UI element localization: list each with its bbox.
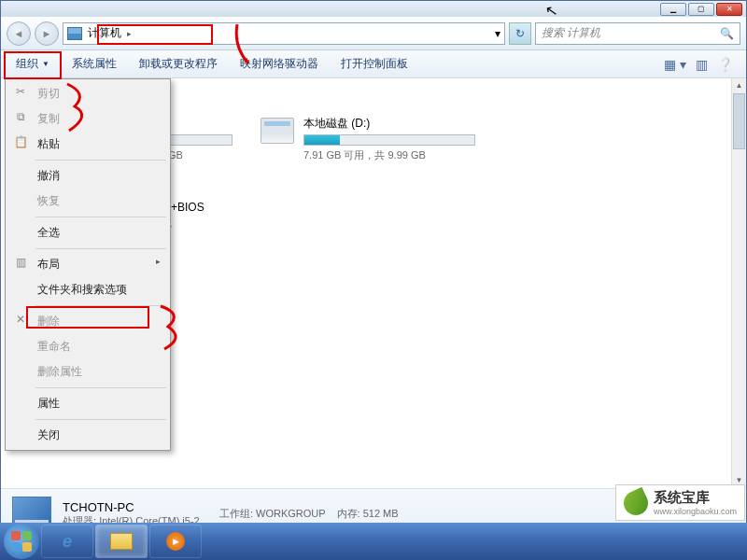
drive-d-label: 本地磁盘 (D:) [303,116,475,132]
search-icon: 🔍 [720,27,734,40]
address-text: 计算机 [88,25,121,41]
menu-undo[interactable]: 撤消 [7,163,168,189]
detail-name: TCHOTN-PC [63,500,208,514]
taskbar-mediaplayer[interactable]: ▶ [149,525,202,558]
system-properties-button[interactable]: 系统属性 [61,52,128,76]
drive-d-stat: 7.91 GB 可用，共 9.99 GB [303,148,475,162]
map-drive-button[interactable]: 映射网络驱动器 [229,52,330,76]
menu-remove-props[interactable]: 删除属性 [7,359,168,385]
watermark: 系统宝库 www.xilongbaoku.com [615,484,745,521]
copy-icon: ⧉ [13,109,28,124]
help-icon[interactable]: ❔ [717,57,733,72]
detail-workgroup: WORKGROUP [256,508,326,519]
taskbar-explorer[interactable] [95,525,148,558]
detail-memory: 512 MB [363,508,399,519]
menu-folder-options[interactable]: 文件夹和搜索选项 [7,277,168,302]
dropdown-icon: ▼ [42,60,49,68]
delete-icon: ✕ [13,312,28,327]
back-button[interactable]: ◄ [7,21,31,46]
control-panel-button[interactable]: 打开控制面板 [330,52,419,76]
menu-selectall[interactable]: 全选 [7,220,168,245]
content-area: 更盘 (2) 本地磁盘 (C:) 6.54 GB 可用，共 15.0 GB [1,78,746,488]
view-icon[interactable]: ▦ ▾ [664,57,686,72]
minimize-button[interactable]: ▁ [660,3,686,16]
titlebar: ▁ ▢ ✕ [0,0,747,17]
menu-close[interactable]: 关闭 [7,423,168,448]
address-bar[interactable]: 计算机 ▸ ▾ [63,22,505,45]
organize-button[interactable]: 组织 ▼ [5,52,61,76]
nav-bar: ◄ ► 计算机 ▸ ▾ ↻ 搜索 计算机 🔍 [1,17,746,50]
windows-logo-icon [11,531,32,552]
menu-paste[interactable]: 📋粘贴 [7,132,168,157]
address-dropdown[interactable]: ▾ [495,27,500,40]
close-button[interactable]: ✕ [716,3,742,16]
layout-icon: ▥ [13,255,28,270]
drive-d[interactable]: 本地磁盘 (D:) 7.91 GB 可用，共 9.99 GB [261,116,475,162]
forward-button[interactable]: ► [35,21,59,46]
uninstall-button[interactable]: 卸载或更改程序 [128,52,229,76]
command-bar: 组织 ▼ 系统属性 卸载或更改程序 映射网络驱动器 打开控制面板 ▦ ▾ ▥ ❔ [1,50,746,78]
cut-icon: ✂ [13,84,28,99]
scrollbar[interactable]: ▲ ▼ [731,78,746,488]
explorer-window: ◄ ► 计算机 ▸ ▾ ↻ 搜索 计算机 🔍 组织 ▼ 系统属性 卸载或更改程序… [0,17,747,539]
chevron-right-icon: ▸ [127,29,132,38]
maximize-button[interactable]: ▢ [688,3,714,16]
menu-delete[interactable]: ✕删除 [7,309,168,334]
preview-pane-icon[interactable]: ▥ [696,57,708,72]
watermark-url: www.xilongbaoku.com [654,507,737,516]
scroll-thumb[interactable] [733,93,745,149]
taskbar-ie[interactable]: e [41,525,93,558]
menu-copy[interactable]: ⧉复制 [7,106,168,132]
search-input[interactable]: 搜索 计算机 🔍 [535,22,740,45]
submenu-arrow-icon: ▸ [156,257,161,266]
start-button[interactable] [4,524,39,559]
computer-icon [67,27,82,40]
scroll-up-icon[interactable]: ▲ [732,78,746,93]
organize-menu: ✂剪切 ⧉复制 📋粘贴 撤消 恢复 全选 ▥布局▸ 文件夹和搜索选项 ✕删除 重… [5,78,171,451]
menu-rename[interactable]: 重命名 [7,334,168,359]
refresh-button[interactable]: ↻ [509,22,531,45]
taskbar: e ▶ [0,523,747,560]
menu-layout[interactable]: ▥布局▸ [7,252,168,277]
menu-cut[interactable]: ✂剪切 [7,81,168,106]
hdd-icon [261,118,294,144]
leaf-icon [620,486,653,519]
menu-properties[interactable]: 属性 [7,391,168,416]
watermark-text: 系统宝库 [654,489,737,507]
drive-d-bar [303,134,475,146]
paste-icon: 📋 [13,134,28,149]
search-placeholder: 搜索 计算机 [542,25,600,41]
menu-redo[interactable]: 恢复 [7,189,168,214]
